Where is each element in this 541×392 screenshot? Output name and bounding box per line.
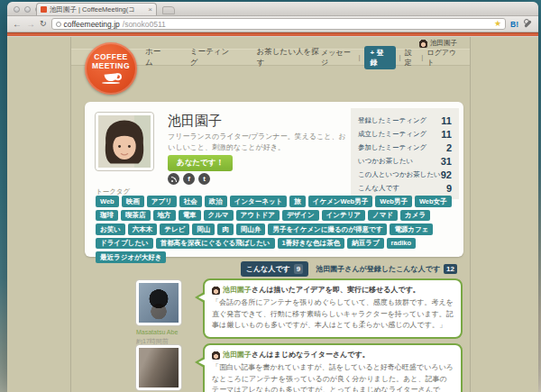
tag-pill[interactable]: Web <box>96 196 119 207</box>
tag-pill[interactable]: radiko <box>387 238 417 250</box>
stat-label[interactable]: 参加したミーティング <box>358 143 426 152</box>
tag-pill[interactable]: 納豆ラブ <box>347 238 383 250</box>
session-links: メッセージ | + 登録 | 設定 | ログアウト <box>321 46 461 69</box>
tag-pill[interactable]: 政治 <box>205 196 227 207</box>
stat-value: 31 <box>441 156 452 167</box>
tag-pill[interactable]: Web女子 <box>415 196 452 207</box>
tag-pill[interactable]: インターネット <box>230 196 288 207</box>
people-tab-count: 9 <box>294 264 303 274</box>
tag-pill[interactable]: 岡山 <box>192 223 215 235</box>
tag-pill[interactable]: テレビ <box>160 223 189 235</box>
forward-icon[interactable]: → <box>26 20 35 29</box>
logout-link[interactable]: ログアウト <box>426 48 461 68</box>
tag-pill[interactable]: 社会 <box>179 196 202 207</box>
stat-row: いつかお茶したい 31 <box>358 154 452 168</box>
profile-mini-avatar <box>212 287 220 295</box>
comment-profile-link[interactable]: 池田園子 <box>223 351 252 359</box>
coffee-cup-icon <box>104 73 118 82</box>
profile-stats-panel: 登録したミーティング 11 成立したミーティング 11 参加したミーティング 2 <box>351 108 459 199</box>
stat-value: 92 <box>441 169 452 180</box>
reload-icon[interactable]: ↻ <box>40 20 47 28</box>
tag-pill[interactable]: 地方 <box>153 210 176 222</box>
browser-tab[interactable]: 池田園子 | CoffeeMeeting(コ × <box>36 3 157 15</box>
tag-pill[interactable]: 最近ラジオが大好き <box>96 251 166 263</box>
profile-name: 池田園子 <box>168 113 222 130</box>
hatena-extension-button[interactable]: B! <box>510 20 518 29</box>
tag-pill[interactable]: カメラ <box>400 210 430 222</box>
tag-pill[interactable]: 旅 <box>289 196 306 207</box>
tag-pill[interactable]: 珈琲 <box>96 210 118 222</box>
tag-pill[interactable]: 電車 <box>179 210 201 222</box>
commenter-name[interactable]: Masatatsu Abe <box>136 328 194 336</box>
stat-row: 成立したミーティング 11 <box>358 127 452 141</box>
nav-link[interactable]: ミーティング <box>190 47 234 68</box>
tag-pill[interactable]: 電源カフェ <box>390 223 433 235</box>
page-security-icon[interactable] <box>56 22 61 27</box>
facebook-icon[interactable]: f <box>183 173 195 185</box>
profile-portrait-image <box>98 115 151 168</box>
close-window-button[interactable] <box>14 6 20 13</box>
stat-row: 登録したミーティング 11 <box>358 114 452 127</box>
address-bar[interactable]: coffeemeeting.jp/sonoko0511 ★ <box>51 18 506 30</box>
register-button[interactable]: + 登録 <box>364 46 396 69</box>
comment-profile-link[interactable]: 池田園子 <box>223 286 252 294</box>
stat-value: 11 <box>441 129 452 140</box>
talk-tags: Web映画アプリ社会政治インターネット旅イケメンWeb男子Web男子Web女子珈… <box>96 196 454 263</box>
tag-pill[interactable]: インテリア <box>322 210 365 222</box>
tag-pill[interactable]: お笑い <box>96 223 125 235</box>
stat-label[interactable]: この人といつかお茶したい <box>358 170 441 179</box>
stat-label[interactable]: 成立したミーティング <box>358 130 426 139</box>
registered-people-link[interactable]: 池田園子さんが登録したこんな人です 12 <box>316 264 457 274</box>
minimize-window-button[interactable] <box>24 6 31 13</box>
tag-pill[interactable]: 1番好きな色は茶色 <box>278 238 345 250</box>
tag-pill[interactable]: イケメンWeb男子 <box>308 196 372 207</box>
social-links: f t <box>168 173 210 185</box>
back-icon[interactable]: ← <box>13 20 22 29</box>
rss-icon[interactable] <box>168 173 179 185</box>
nav-link[interactable]: ホーム <box>145 47 167 68</box>
tag-pill[interactable]: ノマド <box>368 210 398 222</box>
bookmark-star-icon[interactable]: ★ <box>494 20 501 28</box>
messages-link[interactable]: メッセージ <box>321 48 354 68</box>
tag-pill[interactable]: 岡山弁 <box>236 223 266 235</box>
stat-row: こんな人です 9 <box>358 181 452 195</box>
site-nav-links: ホームミーティングお茶したい人を探す <box>145 47 321 68</box>
tag-pill[interactable]: 肉 <box>217 223 234 235</box>
settings-link[interactable]: 設定 <box>405 48 418 68</box>
profile-mini-avatar <box>212 351 220 360</box>
tag-pill[interactable]: クルマ <box>204 210 234 222</box>
nav-link[interactable]: お茶したい人を探す <box>257 47 321 68</box>
tag-pill[interactable]: アプリ <box>147 196 177 207</box>
tag-pill[interactable]: ドライブしたい <box>96 238 153 250</box>
stat-label[interactable]: いつかお茶したい <box>358 157 413 166</box>
comment-title: さんは描いたアイデアを即、実行に移せる人です。 <box>252 286 420 294</box>
registered-people-count: 12 <box>444 264 457 274</box>
tab-close-icon[interactable]: × <box>148 6 152 14</box>
tag-pill[interactable]: 六本木 <box>128 223 158 235</box>
commenter-avatar[interactable] <box>136 345 181 390</box>
tag-pill[interactable]: 映画 <box>122 196 144 207</box>
you-badge-button[interactable]: あなたです！ <box>168 155 233 171</box>
tag-pill[interactable]: アウトドア <box>236 210 280 222</box>
tag-pill[interactable]: デザイン <box>282 210 319 222</box>
wrench-menu-icon[interactable] <box>523 19 533 29</box>
new-tab-button[interactable] <box>162 6 175 14</box>
commenter-avatar[interactable] <box>136 280 181 325</box>
tag-pill[interactable]: 首都高を深夜にぐるぐる飛ばしたい <box>156 238 275 250</box>
stat-label[interactable]: 登録したミーティング <box>358 116 426 125</box>
coffeemeeting-logo[interactable]: COFFEEMEETING <box>85 42 137 95</box>
comment-bubble: 池田園子さんはまじめなライターさんです。 「面白い記事を書かれていますが、話をし… <box>203 343 463 392</box>
tag-pill[interactable]: 男子をイケメンに撮るのが得意です <box>268 223 387 235</box>
people-section-header: こんな人です 9 池田園子さんが登録したこんな人です 12 <box>241 261 457 277</box>
logo-line1: COFFEE <box>94 52 127 61</box>
stat-label[interactable]: こんな人です <box>358 184 399 193</box>
twitter-icon[interactable]: t <box>198 173 210 185</box>
tab-favicon-icon <box>41 6 47 13</box>
comment-body: 「会話の各所にアンテナを張りめぐらしていて、感度も抜群です。考えを直ぐ発言できて… <box>212 297 454 331</box>
tag-pill[interactable]: 喫茶店 <box>121 210 151 222</box>
url-path: /sonoko0511 <box>123 20 166 29</box>
comment-body: 「面白い記事を書かれていますが、話をしていると好奇心旺盛でいろいろなところにアン… <box>212 362 454 392</box>
stat-value: 9 <box>446 183 452 194</box>
people-tab-button[interactable]: こんな人です 9 <box>241 261 308 277</box>
tag-pill[interactable]: Web男子 <box>375 196 412 207</box>
